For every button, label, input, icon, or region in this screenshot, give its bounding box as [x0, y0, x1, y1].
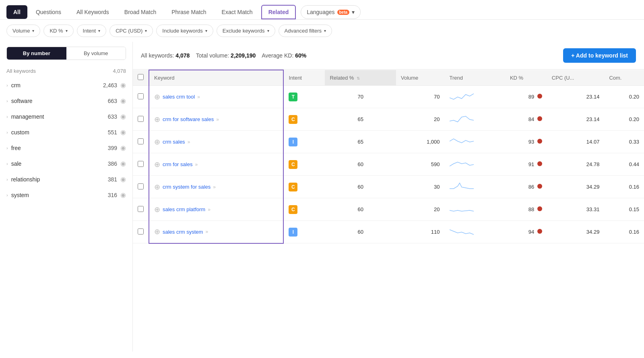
select-all-checkbox[interactable] [138, 74, 144, 80]
add-keyword-icon[interactable]: ⊕ [154, 115, 160, 124]
tab-broad-match[interactable]: Broad Match [118, 5, 163, 19]
row-checkbox-cell[interactable] [133, 198, 149, 221]
kd-cell: 94 [505, 221, 547, 243]
trend-cell [445, 221, 505, 243]
eye-icon[interactable] [120, 113, 126, 120]
keyword-cell: ⊕ sales crm tool » [149, 86, 283, 108]
sidebar-header: All keywords 4,078 [0, 66, 132, 77]
eye-icon[interactable] [120, 175, 126, 183]
row-checkbox[interactable] [138, 161, 144, 167]
row-checkbox[interactable] [138, 228, 144, 235]
sidebar-count: 399 [108, 145, 117, 151]
keyword-link[interactable]: sales crm tool [163, 94, 195, 100]
sidebar-item-system[interactable]: › system 316 [0, 187, 132, 203]
by-volume-btn[interactable]: By volume [66, 47, 126, 60]
tab-languages[interactable]: Languages beta ▾ [301, 5, 361, 19]
row-checkbox[interactable] [138, 206, 144, 212]
related-header[interactable]: Related % ⇅ [325, 70, 396, 86]
tab-exact-match[interactable]: Exact Match [215, 5, 260, 19]
keyword-link[interactable]: crm system for sales [163, 184, 211, 190]
kd-filter[interactable]: KD % ▾ [43, 25, 73, 37]
filter-bar: Volume ▾ KD % ▾ Intent ▾ CPC (USD) ▾ Inc… [0, 20, 644, 42]
row-checkbox[interactable] [138, 138, 144, 144]
tab-questions[interactable]: Questions [29, 5, 68, 19]
trend-chart [450, 226, 474, 237]
expand-icon: › [6, 114, 8, 119]
cpc-cell: 34.29 [547, 221, 605, 243]
keyword-link[interactable]: crm sales [163, 139, 185, 145]
related-cell: 60 [325, 153, 396, 176]
sidebar-count: 551 [108, 129, 117, 136]
add-keyword-icon[interactable]: ⊕ [154, 160, 160, 169]
cpc-filter[interactable]: CPC (USD) ▾ [109, 25, 153, 37]
sidebar-keyword: relationship [11, 176, 105, 183]
intent-cell: I [283, 131, 325, 153]
keyword-link[interactable]: crm for sales [163, 161, 192, 167]
select-all-header[interactable] [133, 70, 149, 86]
cpc-cell: 24.78 [547, 153, 605, 176]
eye-icon[interactable] [120, 160, 126, 167]
kd-cell: 86 [505, 176, 547, 198]
row-checkbox-cell[interactable] [133, 153, 149, 176]
sort-icon: ⇅ [357, 76, 360, 80]
add-keyword-icon[interactable]: ⊕ [154, 93, 160, 101]
trend-cell [445, 86, 505, 108]
sidebar-item-management[interactable]: › management 633 [0, 109, 132, 124]
expand-icon: › [6, 99, 8, 103]
add-to-keyword-list-button[interactable]: + Add to keyword list [563, 48, 636, 63]
keyword-link[interactable]: crm for software sales [163, 116, 214, 122]
sidebar-item-sale[interactable]: › sale 386 [0, 156, 132, 171]
row-checkbox[interactable] [138, 116, 144, 122]
com-cell: 0.20 [604, 86, 644, 108]
tab-phrase-match[interactable]: Phrase Match [165, 5, 213, 19]
row-checkbox-cell[interactable] [133, 108, 149, 131]
add-keyword-icon[interactable]: ⊕ [154, 183, 160, 191]
row-checkbox-cell[interactable] [133, 86, 149, 108]
row-checkbox-cell[interactable] [133, 221, 149, 243]
row-checkbox[interactable] [138, 183, 144, 189]
sidebar-keyword: crm [11, 82, 100, 88]
view-toggle: By number By volume [6, 47, 126, 60]
keyword-link[interactable]: sales crm platform [163, 206, 205, 212]
tab-related[interactable]: Related [261, 5, 296, 19]
volume-filter[interactable]: Volume ▾ [6, 25, 40, 37]
table-row: ⊕ crm for sales » C 60 590 91 24.78 0.44 [133, 153, 644, 176]
row-checkbox-cell[interactable] [133, 131, 149, 153]
arrow-icon: » [195, 162, 198, 167]
arrow-icon: » [213, 184, 216, 190]
eye-icon[interactable] [120, 128, 126, 136]
com-cell: 0.20 [604, 108, 644, 131]
table-area: All keywords: 4,078 Total volume: 2,209,… [133, 42, 644, 352]
exclude-keywords-filter[interactable]: Exclude keywords ▾ [217, 25, 275, 37]
sidebar-item-custom[interactable]: › custom 551 [0, 124, 132, 140]
com-header: Com. [604, 70, 644, 86]
sidebar-item-relationship[interactable]: › relationship 381 [0, 171, 132, 187]
eye-icon[interactable] [120, 97, 126, 105]
by-number-btn[interactable]: By number [7, 47, 66, 60]
sidebar-item-free[interactable]: › free 399 [0, 140, 132, 156]
add-keyword-icon[interactable]: ⊕ [154, 227, 160, 236]
volume-cell: 20 [396, 198, 445, 221]
keyword-link[interactable]: sales crm system [163, 229, 203, 235]
eye-icon[interactable] [120, 191, 126, 199]
include-keywords-filter[interactable]: Include keywords ▾ [156, 25, 213, 37]
tab-all-keywords[interactable]: All Keywords [70, 5, 116, 19]
chevron-down-icon: ▾ [66, 29, 68, 33]
languages-label: Languages [307, 9, 334, 15]
trend-chart [450, 113, 474, 124]
tab-all[interactable]: All [6, 5, 27, 19]
sidebar-item-software[interactable]: › software 663 [0, 93, 132, 109]
trend-header: Trend [445, 70, 505, 86]
eye-icon[interactable] [120, 81, 126, 89]
table-row: ⊕ sales crm platform » C 60 20 88 33.31 … [133, 198, 644, 221]
intent-filter[interactable]: Intent ▾ [77, 25, 107, 37]
sidebar-keyword: management [11, 113, 105, 120]
advanced-filters[interactable]: Advanced filters ▾ [279, 25, 332, 37]
sidebar-item-crm[interactable]: › crm 2,463 [0, 77, 132, 93]
row-checkbox-cell[interactable] [133, 176, 149, 198]
add-keyword-icon[interactable]: ⊕ [154, 205, 160, 214]
row-checkbox[interactable] [138, 93, 144, 99]
intent-cell: C [283, 153, 325, 176]
eye-icon[interactable] [120, 144, 126, 152]
add-keyword-icon[interactable]: ⊕ [154, 138, 160, 146]
